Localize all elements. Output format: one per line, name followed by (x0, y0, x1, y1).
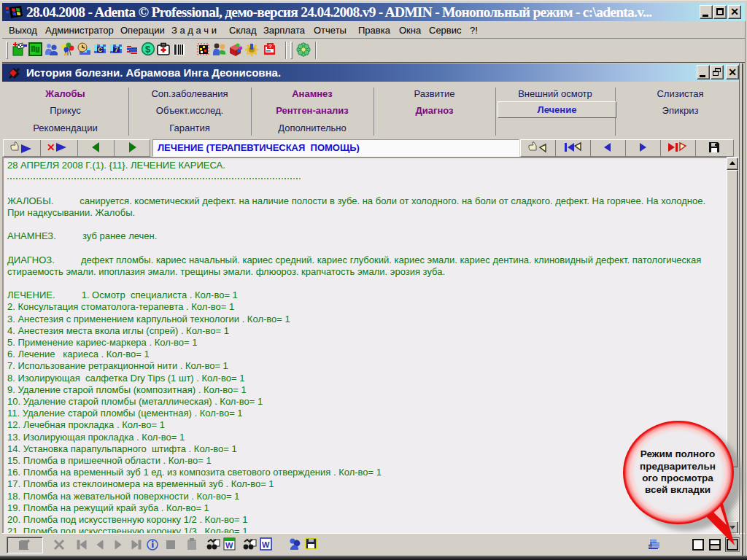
svg-text:?: ? (268, 43, 272, 50)
svg-text:предварительн: предварительн (640, 461, 716, 472)
svg-text:W: W (262, 540, 270, 549)
svg-text:W: W (225, 541, 233, 550)
svg-text:всей вкладки: всей вкладки (645, 484, 711, 495)
svg-text:Режим полного: Режим полного (640, 448, 715, 459)
svg-text:ого просмотра: ого просмотра (642, 472, 713, 483)
svg-text:C: C (98, 46, 103, 53)
svg-text:$: $ (145, 44, 151, 55)
svg-text:7: 7 (115, 46, 118, 53)
svg-text:✕: ✕ (47, 141, 55, 153)
